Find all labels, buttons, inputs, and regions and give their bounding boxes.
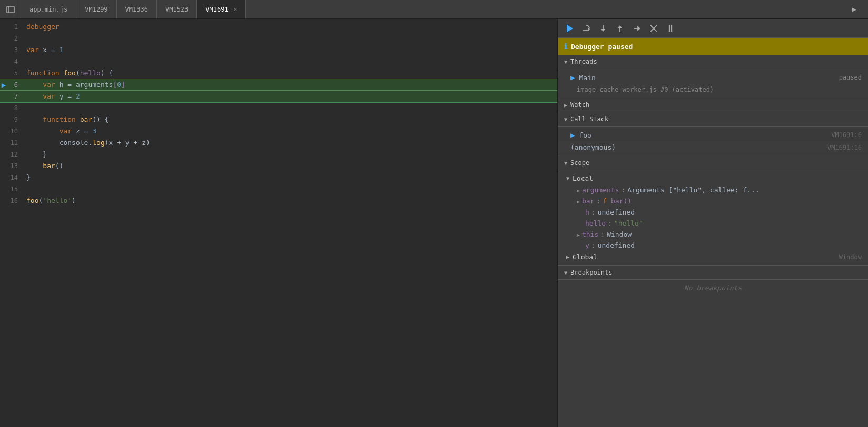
threads-section-header[interactable]: Threads bbox=[558, 55, 868, 69]
watch-expand-icon bbox=[564, 102, 567, 108]
scope-this-expand[interactable]: ▶ bbox=[577, 232, 580, 238]
tab-vm1336[interactable]: VM1336 bbox=[117, 0, 157, 18]
tab-bar-right: ▶ bbox=[845, 0, 868, 19]
resume-button[interactable] bbox=[562, 21, 577, 36]
tab-vm1299[interactable]: VM1299 bbox=[76, 0, 116, 18]
deactivate-breakpoints-button[interactable] bbox=[646, 21, 661, 36]
sidebar-toggle-icon[interactable] bbox=[0, 0, 21, 18]
global-expand-icon bbox=[566, 254, 569, 260]
no-breakpoints-text: No breakpoints bbox=[684, 284, 742, 292]
call-stack-section-header[interactable]: Call Stack bbox=[558, 112, 868, 127]
call-stack-anon-name: (anonymous) bbox=[570, 143, 616, 151]
code-line-16: 16 foo('hello') bbox=[0, 195, 557, 207]
call-stack-item-foo[interactable]: ▶ foo VM1691:6 bbox=[558, 129, 868, 141]
line-content-8 bbox=[24, 102, 557, 114]
scope-item-h[interactable]: h : undefined bbox=[558, 207, 868, 218]
line-num-8: 8 bbox=[0, 102, 24, 114]
scope-local-label: Local bbox=[573, 174, 593, 182]
line-num-3: 3 bbox=[0, 44, 24, 56]
scope-key-bar: bar bbox=[582, 197, 594, 205]
debug-toolbar: ⏸ bbox=[558, 19, 868, 38]
breakpoints-section-header[interactable]: Breakpoints bbox=[558, 266, 868, 280]
main-area: 1 debugger 2 3 var x = 1 4 5 functio bbox=[0, 19, 868, 427]
scope-sep-h: : bbox=[591, 208, 596, 216]
line-num-14: 14 bbox=[0, 172, 24, 183]
tab-vm1691[interactable]: VM1691 ✕ bbox=[197, 0, 246, 18]
right-panel-scroll: Threads ▶ Main paused image-cache-worker… bbox=[558, 55, 868, 427]
line-content-11: console.log(x + y + z) bbox=[24, 137, 557, 149]
call-stack-expand-icon bbox=[564, 117, 567, 122]
line-num-5: 5 bbox=[0, 67, 24, 79]
code-line-10: 10 var z = 3 bbox=[0, 125, 557, 137]
line-content-6: var h = arguments[0] bbox=[24, 79, 557, 91]
scope-global-label: Global bbox=[573, 253, 597, 261]
line-content-7: var y = 2 bbox=[24, 91, 557, 102]
thread-main[interactable]: ▶ Main paused bbox=[558, 71, 868, 84]
tab-vm1523[interactable]: VM1523 bbox=[157, 0, 197, 18]
scope-arguments-expand[interactable]: ▶ bbox=[577, 188, 580, 193]
scope-val-bar: f bar() bbox=[603, 197, 632, 205]
scope-item-hello[interactable]: hello : "hello" bbox=[558, 218, 868, 229]
svg-marker-9 bbox=[618, 25, 622, 28]
code-line-5: 5 function foo(hello) { bbox=[0, 67, 557, 79]
line-content-9: function bar() { bbox=[24, 114, 557, 125]
scope-section: Scope Local ▶ arguments : bbox=[558, 156, 868, 266]
line-content-10: var z = 3 bbox=[24, 125, 557, 137]
call-stack-section: Call Stack ▶ foo VM1691:6 (anonymous) bbox=[558, 112, 868, 156]
tab-close-icon[interactable]: ✕ bbox=[234, 6, 238, 13]
scope-item-this[interactable]: ▶ this : Window bbox=[558, 229, 868, 240]
scope-key-y: y bbox=[585, 241, 589, 249]
code-line-15: 15 bbox=[0, 183, 557, 195]
scope-global-val: Window bbox=[839, 254, 862, 261]
scope-key-this: this bbox=[582, 230, 598, 238]
watch-section-header[interactable]: Watch bbox=[558, 98, 868, 112]
code-panel[interactable]: 1 debugger 2 3 var x = 1 4 5 functio bbox=[0, 19, 557, 427]
scope-section-header[interactable]: Scope bbox=[558, 156, 868, 170]
scope-item-arguments[interactable]: ▶ arguments : Arguments ["hello", callee… bbox=[558, 185, 868, 196]
step-over-button[interactable] bbox=[579, 21, 594, 36]
scope-item-y[interactable]: y : undefined bbox=[558, 240, 868, 251]
line-num-1: 1 bbox=[0, 21, 24, 33]
line-content-3: var x = 1 bbox=[24, 44, 557, 56]
show-more-tabs-button[interactable]: ▶ bbox=[845, 0, 864, 19]
pause-on-exceptions-button[interactable]: ⏸ bbox=[663, 21, 678, 36]
code-line-2: 2 bbox=[0, 33, 557, 44]
scope-local-group[interactable]: Local bbox=[558, 172, 868, 185]
code-line-6: ▶ 6 var h = arguments[0] bbox=[0, 79, 557, 91]
breakpoints-label: Breakpoints bbox=[570, 269, 612, 276]
code-line-7: 7 var y = 2 bbox=[0, 91, 557, 102]
step-out-button[interactable] bbox=[613, 21, 627, 36]
line-num-11: 11 bbox=[0, 137, 24, 149]
watch-label: Watch bbox=[570, 101, 589, 109]
paused-banner: ℹ Debugger paused bbox=[558, 38, 868, 55]
scope-key-hello: hello bbox=[585, 219, 606, 227]
scope-item-bar[interactable]: ▶ bar : f bar() bbox=[558, 196, 868, 207]
scope-key-h: h bbox=[585, 208, 589, 216]
line-content-15 bbox=[24, 183, 557, 195]
svg-rect-0 bbox=[7, 6, 14, 13]
call-stack-foo-name: ▶ foo bbox=[570, 131, 591, 139]
scope-bar-expand[interactable]: ▶ bbox=[577, 199, 580, 205]
thread-worker: image-cache-worker.js #0 (activated) bbox=[558, 84, 868, 95]
scope-expand-icon bbox=[564, 160, 567, 166]
scope-local-header[interactable]: Local bbox=[558, 172, 868, 185]
scope-val-this: Window bbox=[607, 230, 632, 238]
step-button[interactable] bbox=[629, 21, 644, 36]
breakpoints-section: Breakpoints No breakpoints bbox=[558, 266, 868, 296]
breakpoints-content: No breakpoints bbox=[558, 280, 868, 296]
thread-main-status: paused bbox=[839, 74, 862, 81]
line-num-7: 7 bbox=[0, 91, 24, 102]
call-stack-item-anonymous[interactable]: (anonymous) VM1691:16 bbox=[558, 141, 868, 153]
thread-main-label: Main bbox=[579, 74, 834, 82]
code-lines: 1 debugger 2 3 var x = 1 4 5 functio bbox=[0, 19, 557, 209]
scope-global-item[interactable]: Global Window bbox=[558, 251, 868, 263]
debugger-arrow: ▶ bbox=[0, 79, 7, 91]
paused-text: Debugger paused bbox=[571, 43, 633, 51]
scope-global-left: Global bbox=[566, 253, 597, 261]
scope-val-h: undefined bbox=[598, 208, 635, 216]
scope-val-arguments: Arguments ["hello", callee: f... bbox=[627, 186, 759, 194]
scope-sep-hello: : bbox=[608, 219, 612, 227]
code-line-1: 1 debugger bbox=[0, 21, 557, 33]
step-into-button[interactable] bbox=[596, 21, 610, 36]
tab-app-min-js[interactable]: app.min.js bbox=[21, 0, 76, 18]
